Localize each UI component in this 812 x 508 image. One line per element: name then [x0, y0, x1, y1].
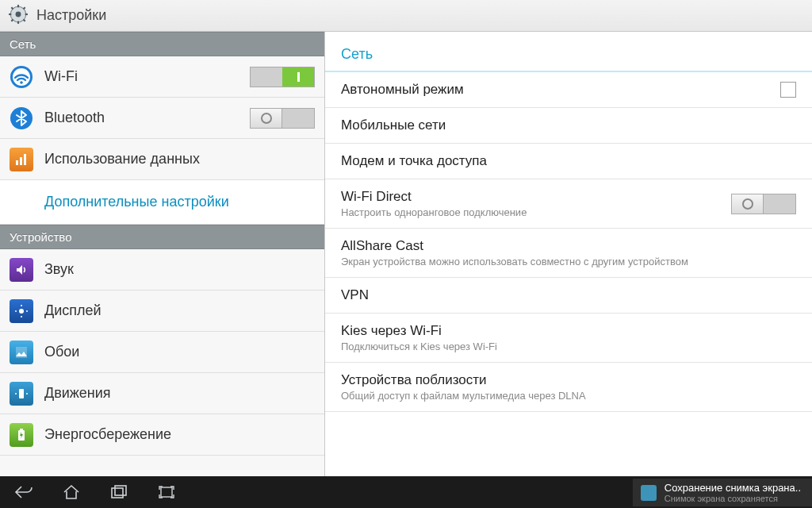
- row-secondary: Экран устройства можно использовать совм…: [341, 256, 796, 267]
- wallpaper-icon: [10, 341, 33, 364]
- svg-line-6: [11, 7, 13, 9]
- system-nav-bar: Сохранение снимка экрана.. Снимок экрана…: [0, 476, 812, 508]
- bluetooth-toggle[interactable]: [250, 108, 315, 129]
- row-primary: Устройства поблизости: [341, 372, 796, 388]
- svg-rect-25: [20, 429, 23, 430]
- row-wifi-direct[interactable]: Wi-Fi Direct Настроить одноранговое подк…: [325, 179, 812, 229]
- row-secondary: Общий доступ к файлам мультимедиа через …: [341, 390, 796, 402]
- page-title: Настройки: [36, 7, 106, 24]
- bluetooth-icon: [10, 106, 33, 130]
- svg-line-9: [24, 7, 25, 9]
- sidebar-item-label: Движения: [44, 385, 315, 402]
- display-icon: [10, 299, 33, 323]
- sidebar-item-wallpaper[interactable]: Обои: [0, 332, 324, 373]
- nav-screenshot-button[interactable]: [143, 476, 190, 508]
- row-tethering[interactable]: Модем и точка доступа: [325, 144, 812, 179]
- sidebar-item-display[interactable]: Дисплей: [0, 291, 324, 332]
- sidebar-item-label: Использование данных: [44, 151, 315, 167]
- wifi-direct-toggle[interactable]: [731, 194, 796, 214]
- sidebar-item-label: Wi-Fi: [44, 68, 239, 85]
- row-primary: Мобильные сети: [341, 117, 796, 133]
- sidebar-item-sound[interactable]: Звук: [0, 249, 324, 291]
- sidebar-section-device: Устройство: [0, 225, 324, 249]
- nav-recent-button[interactable]: [95, 476, 143, 508]
- wifi-icon: [10, 65, 33, 89]
- settings-sidebar: Сеть Wi-Fi Bluetooth: [0, 32, 325, 476]
- sidebar-item-more-settings[interactable]: Дополнительные настройки: [0, 180, 324, 225]
- svg-rect-16: [24, 154, 26, 165]
- row-secondary: Настроить одноранговое подключение: [341, 206, 720, 218]
- svg-line-7: [24, 19, 25, 21]
- airplane-checkbox[interactable]: [780, 82, 796, 98]
- row-allshare-cast[interactable]: AllShare Cast Экран устройства можно исп…: [325, 229, 812, 278]
- wifi-toggle[interactable]: [250, 67, 315, 87]
- motion-icon: [10, 382, 33, 406]
- detail-header: Сеть: [325, 32, 812, 72]
- sidebar-item-label: Bluetooth: [44, 110, 239, 126]
- sound-icon: [10, 258, 33, 282]
- row-airplane-mode[interactable]: Автономный режим: [325, 72, 812, 108]
- row-mobile-networks[interactable]: Мобильные сети: [325, 108, 812, 144]
- nav-home-button[interactable]: [48, 476, 95, 508]
- sidebar-item-label: Обои: [44, 344, 315, 360]
- settings-gear-icon: [8, 4, 29, 28]
- toast-title: Сохранение снимка экрана..: [665, 482, 801, 494]
- action-bar: Настройки: [0, 0, 812, 32]
- sidebar-item-motion[interactable]: Движения: [0, 373, 324, 414]
- row-primary: AllShare Cast: [341, 238, 796, 254]
- row-nearby-devices[interactable]: Устройства поблизости Общий доступ к фай…: [325, 363, 812, 412]
- svg-point-1: [16, 11, 21, 17]
- row-primary: Wi-Fi Direct: [341, 189, 720, 205]
- datausage-icon: [10, 148, 33, 171]
- nav-back-button[interactable]: [0, 476, 48, 508]
- svg-rect-15: [20, 157, 22, 165]
- battery-icon: [10, 423, 33, 447]
- svg-line-8: [11, 19, 13, 21]
- sidebar-item-label: Энергосбережение: [44, 426, 315, 443]
- screenshot-toast[interactable]: Сохранение снимка экрана.. Снимок экрана…: [633, 479, 812, 506]
- sidebar-item-power-saving[interactable]: Энергосбережение: [0, 414, 324, 456]
- svg-rect-27: [115, 486, 126, 495]
- sidebar-item-data-usage[interactable]: Использование данных: [0, 139, 324, 180]
- row-primary: Kies через Wi-Fi: [341, 323, 796, 339]
- row-primary: VPN: [341, 287, 796, 303]
- sidebar-section-network: Сеть: [0, 32, 324, 56]
- settings-detail-pane: Сеть Автономный режим Мобильные сети Мод…: [325, 32, 812, 476]
- svg-rect-14: [16, 160, 18, 165]
- row-secondary: Подключиться к Kies через Wi-Fi: [341, 341, 796, 352]
- svg-rect-26: [112, 488, 123, 498]
- row-vpn[interactable]: VPN: [325, 278, 812, 314]
- sidebar-item-bluetooth[interactable]: Bluetooth: [0, 98, 324, 139]
- sidebar-item-wifi[interactable]: Wi-Fi: [0, 56, 324, 98]
- svg-rect-28: [161, 487, 172, 497]
- toast-subtitle: Снимок экрана сохраняется: [665, 494, 801, 503]
- sidebar-item-label: Дисплей: [44, 302, 315, 319]
- sidebar-item-label: Дополнительные настройки: [44, 194, 315, 210]
- svg-rect-23: [19, 389, 24, 398]
- svg-point-17: [19, 309, 24, 314]
- sidebar-item-label: Звук: [44, 261, 315, 278]
- svg-point-12: [20, 81, 23, 84]
- row-kies-wifi[interactable]: Kies через Wi-Fi Подключиться к Kies чер…: [325, 314, 812, 363]
- row-primary: Автономный режим: [341, 82, 769, 98]
- row-primary: Модем и точка доступа: [341, 153, 796, 169]
